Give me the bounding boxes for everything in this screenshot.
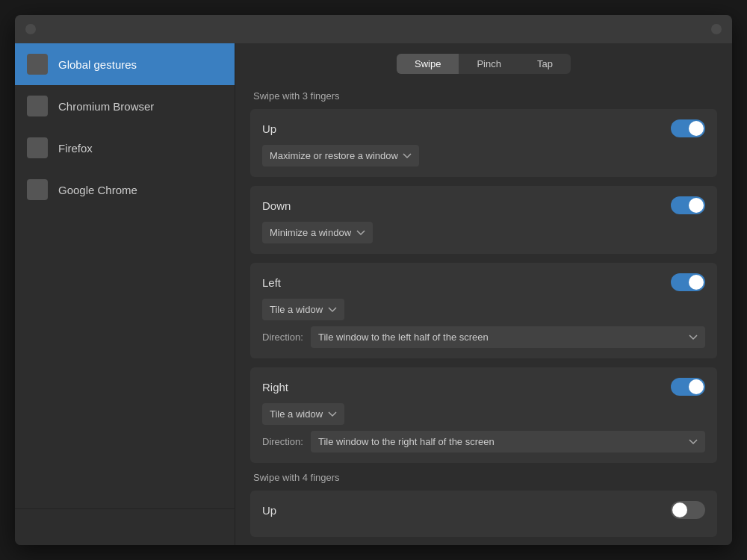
- titlebar: [15, 15, 732, 43]
- sidebar-footer: [15, 508, 235, 545]
- gesture-card-up-4: Up: [250, 491, 717, 537]
- gesture-title-right: Right: [262, 381, 288, 393]
- gesture-card-down: DownMinimize a window: [250, 186, 717, 254]
- tab-tap[interactable]: Tap: [519, 54, 571, 74]
- gesture-title-down: Down: [262, 199, 291, 212]
- section-label-swipe-4: Swipe with 4 fingers: [253, 472, 717, 483]
- remove-item-button[interactable]: [54, 517, 75, 538]
- sidebar-item-label: Global gestures: [58, 58, 137, 71]
- close-button[interactable]: [25, 24, 36, 34]
- app-window: Global gesturesChromium BrowserFirefoxGo…: [15, 15, 732, 545]
- gesture-card-right: RightTile a widowDirection:Tile window t…: [250, 367, 717, 463]
- sidebar-item-firefox[interactable]: Firefox: [15, 127, 235, 169]
- gesture-toggle-left[interactable]: [671, 273, 705, 291]
- gesture-action-select-right[interactable]: Tile a widow: [262, 403, 344, 425]
- sidebar-item-label: Firefox: [58, 142, 93, 155]
- gesture-card-left: LeftTile a widowDirection:Tile window to…: [250, 263, 717, 358]
- direction-select-left[interactable]: Tile window to the left half of the scre…: [311, 326, 705, 348]
- section-label-swipe-3: Swipe with 3 fingers: [253, 90, 717, 102]
- direction-select-right[interactable]: Tile window to the right half of the scr…: [311, 431, 705, 452]
- sidebar: Global gesturesChromium BrowserFirefoxGo…: [15, 43, 235, 545]
- gesture-title-up: Up: [262, 122, 276, 135]
- sidebar-item-label: Chromium Browser: [58, 100, 154, 113]
- gesture-toggle-right[interactable]: [671, 378, 705, 396]
- tab-group: SwipePinchTap: [397, 54, 571, 74]
- tab-bar: SwipePinchTap: [235, 43, 732, 81]
- gesture-action-select-up[interactable]: Maximize or restore a window: [262, 145, 419, 167]
- gesture-toggle-up[interactable]: [671, 119, 705, 137]
- app-icon: [27, 137, 48, 158]
- sidebar-item-label: Google Chrome: [58, 184, 137, 196]
- gesture-action-select-left[interactable]: Tile a widow: [262, 299, 344, 320]
- main-panel: SwipePinchTap Swipe with 3 fingersUpMaxi…: [235, 43, 732, 545]
- app-icon: [27, 96, 48, 116]
- app-icon: [27, 179, 48, 200]
- tab-swipe[interactable]: Swipe: [397, 54, 459, 74]
- direction-row-left: Direction:Tile window to the left half o…: [262, 326, 705, 348]
- direction-row-right: Direction:Tile window to the right half …: [262, 431, 705, 452]
- gesture-card-up: UpMaximize or restore a window: [250, 109, 717, 177]
- gesture-toggle-up-4[interactable]: [671, 501, 705, 519]
- sidebar-list: Global gesturesChromium BrowserFirefoxGo…: [15, 43, 235, 508]
- maximize-button[interactable]: [711, 24, 722, 34]
- app-icon: [27, 54, 48, 75]
- sidebar-item-global-gestures[interactable]: Global gestures: [15, 43, 235, 85]
- gesture-action-select-down[interactable]: Minimize a window: [262, 222, 373, 243]
- sidebar-item-chromium-browser[interactable]: Chromium Browser: [15, 85, 235, 127]
- gesture-title-left: Left: [262, 276, 281, 289]
- gesture-title-up-4: Up: [262, 504, 276, 517]
- direction-label-left: Direction:: [262, 332, 303, 343]
- content-area: Global gesturesChromium BrowserFirefoxGo…: [15, 43, 732, 545]
- tab-pinch[interactable]: Pinch: [459, 54, 519, 74]
- direction-label-right: Direction:: [262, 436, 303, 447]
- add-item-button[interactable]: [25, 517, 46, 538]
- gesture-toggle-down[interactable]: [671, 196, 705, 214]
- main-scroll: Swipe with 3 fingersUpMaximize or restor…: [235, 81, 732, 545]
- sidebar-item-google-chrome[interactable]: Google Chrome: [15, 169, 235, 211]
